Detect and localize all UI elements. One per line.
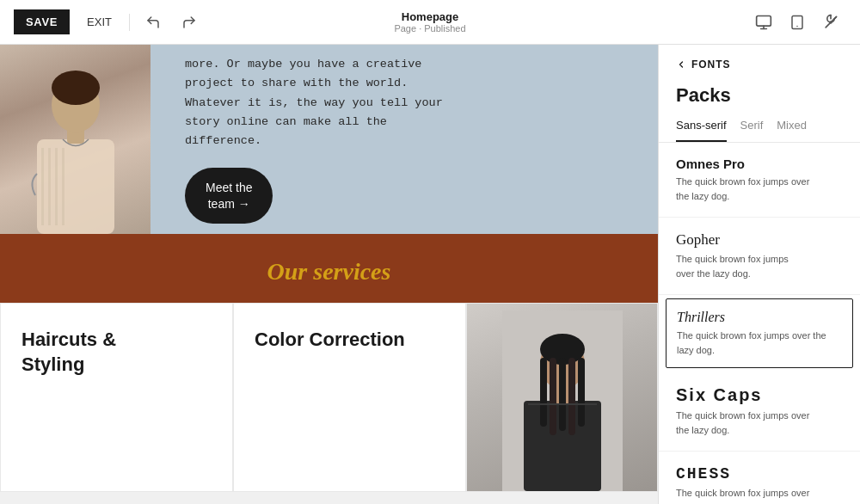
tab-mixed[interactable]: Mixed (777, 119, 807, 142)
services-title: Our services (0, 258, 658, 286)
fonts-list: Omnes Pro The quick brown fox jumps over… (659, 143, 860, 504)
hero-image (0, 45, 150, 234)
tab-serif[interactable]: Serif (740, 119, 764, 142)
chevron-left-icon (676, 59, 686, 70)
svg-rect-19 (540, 358, 547, 427)
toolbar-right (748, 9, 846, 36)
desktop-view-button[interactable] (748, 9, 779, 36)
cards-section: Haircuts & Styling Color Correction (0, 303, 658, 492)
meet-team-button[interactable]: Meet the team → (185, 168, 273, 223)
meet-team-label: Meet the team → (206, 180, 252, 211)
style-icon (822, 14, 839, 31)
font-name-gopher: Gopher (676, 231, 843, 249)
services-section: Our services (0, 234, 658, 303)
svg-rect-10 (41, 148, 44, 225)
tablet-icon (789, 14, 805, 31)
main-area: more. Or maybe you have a creative proje… (0, 45, 860, 504)
fonts-panel-title: Packs (676, 84, 843, 107)
fonts-back-label: FONTS (691, 58, 730, 71)
font-item-six-caps[interactable]: Six Caps The quick brown fox jumps over … (659, 372, 860, 452)
redo-button[interactable] (176, 9, 202, 35)
svg-rect-12 (55, 148, 58, 225)
font-preview-chess: The quick brown fox jumps over the lazy … (676, 486, 843, 504)
desktop-icon (755, 14, 772, 31)
page-name: Homepage (394, 10, 465, 23)
card-color-title: Color Correction (255, 328, 445, 353)
card-color: Color Correction (233, 303, 466, 492)
tablet-view-button[interactable] (783, 9, 812, 36)
svg-rect-21 (559, 358, 566, 431)
toolbar: SAVE EXIT Homepage Page · Published (0, 0, 860, 45)
svg-rect-13 (62, 148, 64, 225)
svg-rect-24 (528, 403, 597, 405)
canvas: more. Or maybe you have a creative proje… (0, 45, 658, 504)
card-person-image (467, 304, 657, 491)
card-person-silhouette (502, 310, 623, 491)
svg-rect-11 (48, 148, 51, 225)
hero-body-text: more. Or maybe you have a creative proje… (185, 55, 624, 151)
fonts-back-button[interactable]: FONTS (676, 58, 843, 71)
page-status: Page · Published (394, 23, 465, 34)
font-name-omnes-pro: Omnes Pro (676, 157, 843, 171)
undo-icon (145, 15, 161, 30)
font-name-six-caps: Six Caps (676, 385, 843, 405)
hero-section: more. Or maybe you have a creative proje… (0, 45, 658, 234)
style-button[interactable] (815, 9, 846, 36)
fonts-panel-header: FONTS Packs Sans-serif Serif Mixed (659, 45, 860, 143)
fonts-panel: FONTS Packs Sans-serif Serif Mixed Omnes… (658, 45, 860, 504)
font-preview-thrillers: The quick brown fox jumps over the lazy … (677, 329, 842, 357)
site-content: more. Or maybe you have a creative proje… (0, 45, 658, 504)
card-haircuts: Haircuts & Styling (0, 303, 233, 492)
hero-person-silhouette (20, 53, 132, 234)
font-item-omnes-pro[interactable]: Omnes Pro The quick brown fox jumps over… (659, 143, 860, 218)
svg-rect-20 (550, 358, 556, 435)
font-item-thrillers[interactable]: Thrillers The quick brown fox jumps over… (666, 298, 853, 368)
font-item-gopher[interactable]: Gopher The quick brown fox jumps over th… (659, 218, 860, 295)
page-info: Homepage Page · Published (394, 10, 465, 34)
redo-icon (181, 15, 197, 30)
hero-text: more. Or maybe you have a creative proje… (150, 45, 658, 234)
tab-sans-serif[interactable]: Sans-serif (676, 119, 727, 142)
font-name-chess: CHESS (676, 465, 843, 482)
exit-button[interactable]: EXIT (80, 10, 119, 34)
font-name-thrillers: Thrillers (677, 310, 842, 325)
font-preview-gopher: The quick brown fox jumps over the lazy … (676, 252, 843, 280)
hero-image-placeholder (0, 45, 150, 234)
font-preview-omnes-pro: The quick brown fox jumps over the lazy … (676, 175, 843, 203)
card-image-card (466, 303, 658, 492)
toolbar-divider (129, 14, 130, 31)
font-item-chess[interactable]: CHESS The quick brown fox jumps over the… (659, 452, 860, 504)
undo-button[interactable] (140, 9, 166, 35)
card-haircuts-title: Haircuts & Styling (22, 328, 212, 377)
svg-point-9 (52, 71, 100, 105)
save-button[interactable]: SAVE (14, 9, 70, 34)
font-tabs: Sans-serif Serif Mixed (676, 119, 843, 142)
svg-rect-0 (757, 15, 771, 26)
svg-rect-23 (578, 358, 585, 427)
svg-rect-22 (568, 358, 575, 435)
font-preview-six-caps: The quick brown fox jumps over the lazy … (676, 409, 843, 437)
